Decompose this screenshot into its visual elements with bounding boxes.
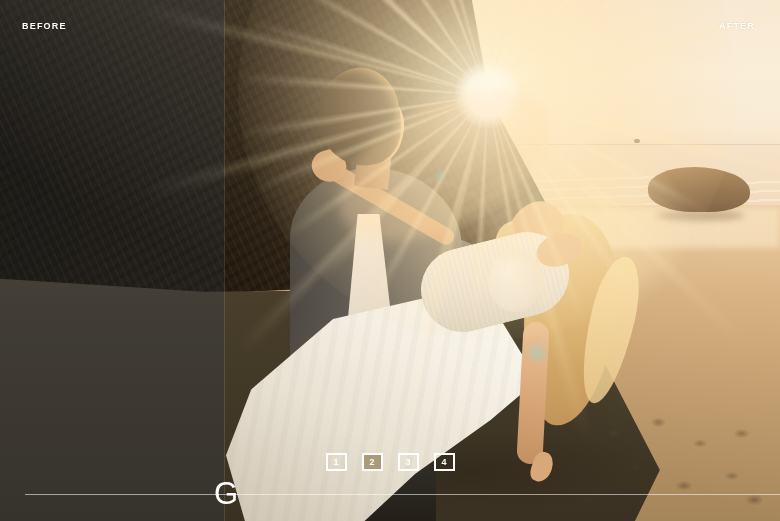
comparison-divider[interactable]	[224, 0, 225, 521]
before-label: BEFORE	[22, 21, 67, 31]
page-button-1[interactable]: 1	[326, 453, 347, 471]
page-button-3[interactable]: 3	[398, 453, 419, 471]
after-label: AFTER	[719, 21, 755, 31]
brand-logo-g-handle[interactable]: G	[206, 478, 246, 509]
page-button-2[interactable]: 2	[362, 453, 383, 471]
pagination: 1 2 3 4	[0, 453, 780, 471]
before-pane-overlay	[0, 0, 224, 521]
footer-rule	[25, 494, 780, 495]
page-button-4[interactable]: 4	[434, 453, 455, 471]
before-after-comparison: BEFORE AFTER 1 2 3 4 G	[0, 0, 780, 521]
